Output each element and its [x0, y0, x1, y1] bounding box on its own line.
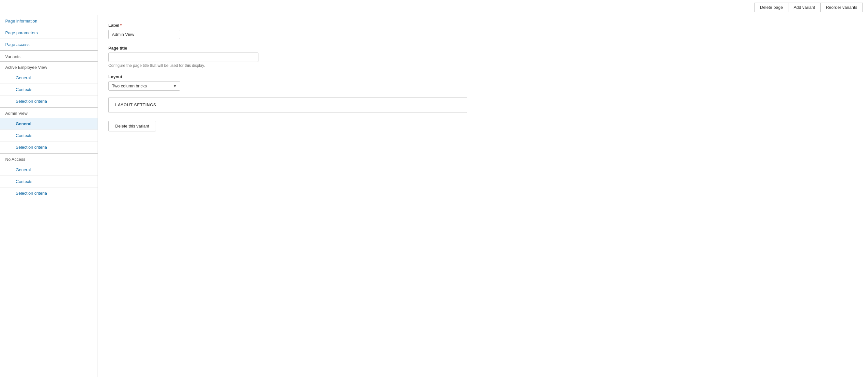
sidebar-item-aev-general[interactable]: General: [0, 72, 98, 84]
sidebar-item-av-selection-criteria[interactable]: Selection criteria: [0, 141, 98, 153]
layout-select-wrapper: Two column bricks Single column Three co…: [108, 81, 180, 91]
page-title-field-label: Page title: [108, 46, 858, 51]
layout-settings-box: LAYOUT SETTINGS: [108, 97, 467, 113]
sidebar-item-av-general[interactable]: General: [0, 118, 98, 129]
add-variant-button[interactable]: Add variant: [788, 3, 820, 12]
label-input[interactable]: [108, 30, 180, 39]
sidebar-item-na-general[interactable]: General: [0, 164, 98, 176]
content-area: Label* Page title Configure the page tit…: [98, 15, 868, 377]
page-title-input[interactable]: [108, 53, 258, 62]
layout-settings-title: LAYOUT SETTINGS: [115, 103, 460, 107]
reorder-variants-button[interactable]: Reorder variants: [820, 3, 863, 12]
main-layout: Page information Page parameters Page ac…: [0, 15, 868, 377]
sidebar: Page information Page parameters Page ac…: [0, 15, 98, 377]
sidebar-item-aev-selection-criteria[interactable]: Selection criteria: [0, 95, 98, 107]
layout-field-label: Layout: [108, 74, 858, 79]
page-title-field-group: Page title Configure the page title that…: [108, 46, 858, 68]
layout-field-group: Layout Two column bricks Single column T…: [108, 74, 858, 91]
sidebar-item-page-access[interactable]: Page access: [0, 38, 98, 50]
delete-page-button[interactable]: Delete page: [754, 3, 788, 12]
sidebar-item-na-contexts[interactable]: Contexts: [0, 176, 98, 187]
variants-section-label: Variants: [0, 50, 98, 61]
sidebar-item-na-selection-criteria[interactable]: Selection criteria: [0, 187, 98, 199]
variant-group-admin-view: Admin View: [0, 107, 98, 118]
variant-group-active-employee-view: Active Employee View: [0, 61, 98, 72]
label-field-group: Label*: [108, 23, 858, 39]
variant-group-no-access: No Access: [0, 153, 98, 164]
sidebar-item-page-information[interactable]: Page information: [0, 15, 98, 27]
sidebar-item-page-parameters[interactable]: Page parameters: [0, 27, 98, 38]
required-indicator: *: [120, 23, 122, 28]
layout-select[interactable]: Two column bricks Single column Three co…: [108, 81, 180, 91]
top-bar: Delete page Add variant Reorder variants: [0, 0, 868, 15]
label-field-label: Label*: [108, 23, 858, 28]
page-title-help-text: Configure the page title that will be us…: [108, 63, 858, 68]
delete-variant-button[interactable]: Delete this variant: [108, 121, 156, 131]
sidebar-item-aev-contexts[interactable]: Contexts: [0, 84, 98, 95]
sidebar-item-av-contexts[interactable]: Contexts: [0, 129, 98, 141]
